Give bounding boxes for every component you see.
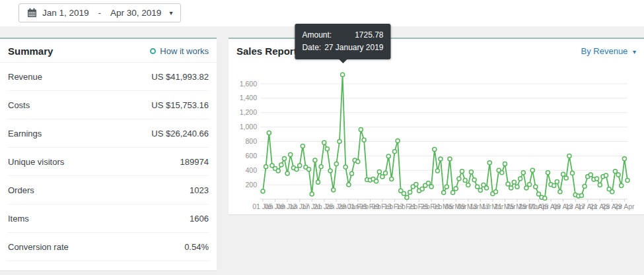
summary-row-value: 1023 — [190, 185, 209, 195]
summary-row-items: Items 1606 — [8, 204, 209, 233]
date-range-end: Apr 30, 2019 — [110, 8, 161, 18]
chevron-down-icon: ▾ — [633, 48, 636, 55]
tooltip-arrow — [339, 59, 347, 63]
info-dot-icon — [150, 48, 156, 54]
svg-text:1,200: 1,200 — [240, 108, 257, 116]
summary-row-value: US $41,993.82 — [151, 72, 209, 82]
svg-text:200: 200 — [245, 181, 257, 189]
tooltip-amount-label: Amount: — [302, 29, 332, 42]
sales-report-panel: Sales Report By Revenue ▾ 2004006008001,… — [229, 38, 644, 214]
chart-tooltip: Amount: 1725.78 Date: 27 January 2019 — [295, 24, 390, 59]
tooltip-amount-value: 1725.78 — [355, 29, 383, 42]
summary-title: Summary — [8, 46, 53, 57]
summary-row-unique-visitors: Unique visitors 189974 — [8, 148, 209, 176]
by-revenue-dropdown[interactable]: By Revenue ▾ — [581, 46, 636, 56]
summary-row-conversion-rate: Conversion rate 0.54% — [8, 233, 209, 261]
summary-row-label: Items — [8, 214, 29, 224]
sales-line-chart[interactable]: 2004006008001,0001,2001,4001,60001 Jan05… — [234, 66, 633, 214]
summary-panel: Summary How it works Revenue US $41,993.… — [0, 38, 217, 270]
date-range-separator: - — [98, 8, 102, 18]
svg-text:1,400: 1,400 — [240, 94, 257, 102]
tooltip-date-label: Date: — [302, 42, 321, 54]
summary-row-orders: Orders 1023 — [8, 176, 209, 204]
how-it-works-link[interactable]: How it works — [150, 46, 209, 56]
summary-row-earnings: Earnings US $26,240.66 — [8, 119, 209, 148]
summary-row-label: Unique visitors — [8, 157, 64, 167]
summary-row-value: 0.54% — [184, 242, 209, 252]
sales-report-title: Sales Report — [236, 46, 297, 57]
svg-text:1,600: 1,600 — [240, 80, 257, 88]
date-range-start: Jan 1, 2019 — [42, 8, 89, 18]
tooltip-date-value: 27 January 2019 — [324, 42, 383, 54]
summary-row-revenue: Revenue US $41,993.82 — [8, 63, 209, 91]
sales-chart[interactable]: 2004006008001,0001,2001,4001,60001 Jan05… — [234, 66, 637, 214]
svg-text:800: 800 — [245, 137, 257, 145]
summary-row-value: 189974 — [180, 157, 209, 167]
svg-text:1,000: 1,000 — [240, 123, 257, 131]
summary-table: Revenue US $41,993.82 Costs US $15,753.1… — [0, 63, 217, 261]
summary-row-value: US $15,753.16 — [151, 100, 209, 110]
by-revenue-label: By Revenue — [581, 46, 628, 56]
summary-row-label: Earnings — [8, 129, 42, 138]
how-it-works-label: How it works — [160, 46, 209, 56]
date-range-picker[interactable]: Jan 1, 2019 - Apr 30, 2019 ▾ — [18, 3, 181, 22]
summary-row-label: Revenue — [8, 72, 42, 82]
summary-row-label: Conversion rate — [8, 242, 69, 252]
toolbar: Jan 1, 2019 - Apr 30, 2019 ▾ — [0, 0, 644, 26]
dashboard-content: Summary How it works Revenue US $41,993.… — [0, 26, 644, 270]
chevron-down-icon: ▾ — [169, 9, 172, 16]
svg-text:600: 600 — [245, 152, 257, 160]
summary-row-value: 1606 — [190, 214, 209, 224]
summary-row-label: Orders — [8, 185, 34, 195]
summary-row-value: US $26,240.66 — [151, 129, 209, 138]
summary-row-costs: Costs US $15,753.16 — [8, 91, 209, 119]
calendar-icon — [27, 8, 37, 18]
svg-text:29 Apr: 29 Apr — [614, 202, 635, 210]
summary-row-label: Costs — [8, 100, 30, 110]
svg-text:400: 400 — [245, 166, 257, 174]
